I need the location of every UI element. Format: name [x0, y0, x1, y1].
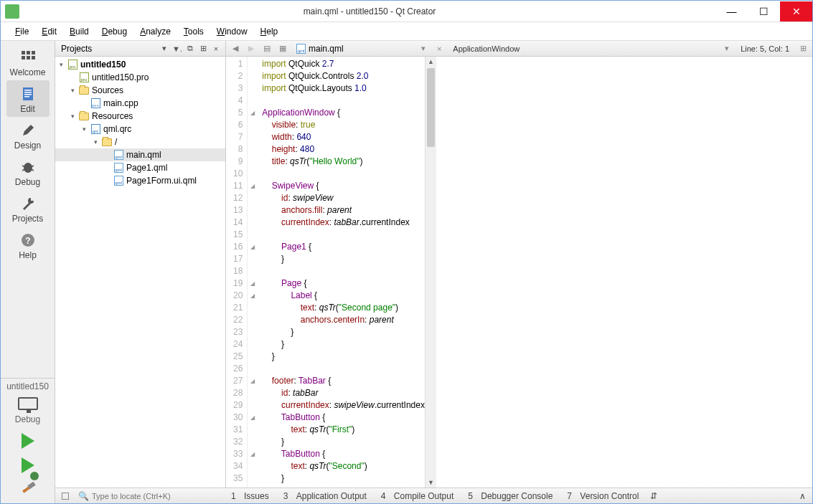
mode-design[interactable]: Design	[6, 117, 50, 153]
close-editor-icon[interactable]: ×	[433, 43, 446, 54]
tree-item[interactable]: qmlPage1Form.ui.qml	[55, 174, 225, 187]
tree-label: qml.qrc	[103, 124, 131, 134]
tree-label: Sources	[92, 85, 123, 95]
split-editor-icon[interactable]: ⊞	[796, 43, 809, 54]
file-name-label: main.qml	[309, 44, 344, 54]
mode-debug[interactable]: Debug	[6, 153, 50, 190]
folder-icon	[101, 137, 113, 147]
nav-back-button[interactable]: ◀	[229, 43, 242, 54]
bug-icon	[20, 159, 36, 175]
mode-welcome[interactable]: Welcome	[6, 44, 50, 80]
menu-edit[interactable]: Edit	[36, 24, 62, 39]
tree-item[interactable]: ▾/	[55, 135, 225, 148]
help-icon: ?	[20, 232, 36, 248]
expand-arrow-icon[interactable]: ▾	[71, 87, 78, 94]
menu-help[interactable]: Help	[255, 24, 284, 39]
chevron-down-icon[interactable]: ▾	[720, 43, 733, 54]
project-tree[interactable]: ▾prountitled150prountitled150.pro▾Source…	[55, 57, 225, 488]
qrc-icon: qrc	[90, 124, 101, 134]
file-list-icon[interactable]: ▦	[276, 43, 289, 54]
app-icon	[5, 4, 19, 19]
nav-forward-button[interactable]: ▶	[245, 43, 258, 54]
folder-icon	[78, 111, 90, 121]
tree-item[interactable]: qmlmain.qml	[55, 148, 225, 161]
qml-icon: qml	[113, 150, 124, 160]
tree-item[interactable]: ▾Sources	[55, 84, 225, 97]
tree-item[interactable]: prountitled150.pro	[55, 71, 225, 84]
bookmark-icon[interactable]: ▤	[260, 43, 273, 54]
filter-icon[interactable]: ▼.	[171, 43, 184, 54]
maximize-button[interactable]: ☐	[748, 1, 780, 22]
close-pane-icon[interactable]: ×	[210, 43, 222, 54]
svg-rect-0	[22, 51, 25, 54]
tree-label: untitled150	[80, 60, 126, 70]
output-pane-application-output[interactable]: 3 Application Output	[281, 491, 369, 501]
play-icon	[22, 433, 34, 449]
link-icon[interactable]: ⧉	[184, 43, 197, 54]
expand-arrow-icon[interactable]: ▾	[60, 61, 67, 68]
menu-file[interactable]: File	[9, 24, 34, 39]
close-button[interactable]: ✕	[780, 1, 812, 22]
tree-item[interactable]: c++main.cpp	[55, 97, 225, 110]
code-text[interactable]: import QtQuick 2.7import QtQuick.Control…	[258, 57, 425, 488]
expand-arrow-icon[interactable]: ▾	[71, 113, 78, 120]
output-pane-version-control[interactable]: 7 Version Control	[565, 491, 641, 501]
expand-output-icon[interactable]: ∧	[797, 491, 808, 501]
menu-window[interactable]: Window	[211, 24, 253, 39]
expand-arrow-icon[interactable]: ▾	[83, 125, 90, 133]
cursor-position[interactable]: Line: 5, Col: 1	[736, 44, 794, 53]
output-pane-compile-output[interactable]: 4 Compile Output	[379, 491, 456, 501]
mode-edit[interactable]: Edit	[6, 80, 50, 117]
chevron-down-icon[interactable]: ▾	[417, 43, 430, 54]
vertical-scrollbar[interactable]: ▲ ▼	[425, 57, 436, 488]
menu-tools[interactable]: Tools	[178, 24, 210, 39]
window-title: main.qml - untitled150 - Qt Creator	[24, 6, 715, 16]
scroll-down-icon[interactable]: ▼	[426, 477, 436, 488]
locator-input[interactable]	[92, 492, 207, 500]
output-pane-issues[interactable]: 1 Issues	[229, 491, 271, 501]
pro-icon: pro	[78, 72, 90, 82]
scroll-up-icon[interactable]: ▲	[426, 57, 436, 67]
fold-column[interactable]: ◢◢◢◢◢◢◢◢	[248, 57, 258, 488]
svg-rect-2	[32, 51, 35, 54]
expand-arrow-icon[interactable]: ▾	[94, 138, 101, 146]
debug-run-button[interactable]	[22, 453, 34, 477]
line-gutter[interactable]: 1234567891011121314151617181920212223242…	[226, 57, 248, 488]
output-selector-icon[interactable]: ⇵	[648, 491, 659, 501]
menu-build[interactable]: Build	[64, 24, 95, 39]
run-button[interactable]	[22, 429, 34, 453]
folder-icon	[78, 85, 90, 95]
tree-label: main.cpp	[103, 98, 138, 108]
symbol-crumb[interactable]: ApplicationWindow	[448, 44, 524, 53]
svg-rect-3	[22, 56, 25, 60]
tree-item[interactable]: qmlPage1.qml	[55, 161, 225, 174]
mode-help[interactable]: ? Help	[6, 227, 50, 263]
code-editor[interactable]: 1234567891011121314151617181920212223242…	[226, 57, 812, 488]
grid-icon	[20, 49, 36, 65]
mode-projects[interactable]: Projects	[6, 190, 50, 227]
tree-item[interactable]: ▾Resources	[55, 110, 225, 123]
scroll-thumb[interactable]	[427, 68, 435, 147]
target-selector[interactable]: untitled150 Debug	[1, 378, 55, 429]
minimize-button[interactable]: —	[715, 1, 748, 22]
tree-item[interactable]: ▾qrcqml.qrc	[55, 123, 225, 135]
pencil-icon	[20, 123, 36, 138]
project-view-selector[interactable]: Projects	[58, 44, 158, 54]
open-file-selector[interactable]: qml main.qml	[292, 44, 348, 54]
locator[interactable]: 🔍	[78, 491, 222, 501]
qml-icon: qml	[113, 176, 124, 186]
split-icon[interactable]: ⊞	[197, 43, 210, 54]
wrench-icon	[20, 196, 36, 211]
svg-point-11	[24, 163, 32, 173]
toggle-sidebar-button[interactable]	[60, 493, 71, 500]
tree-label: Resources	[92, 111, 133, 121]
menu-debug[interactable]: Debug	[96, 24, 133, 39]
tree-label: main.qml	[126, 150, 161, 160]
output-pane-debugger-console[interactable]: 5 Debugger Console	[466, 491, 555, 501]
titlebar: main.qml - untitled150 - Qt Creator — ☐ …	[1, 1, 812, 22]
build-button[interactable]	[21, 477, 35, 503]
chevron-down-icon[interactable]: ▾	[158, 43, 171, 54]
tree-item[interactable]: ▾prountitled150	[55, 58, 225, 71]
search-icon: 🔍	[78, 491, 89, 501]
menu-analyze[interactable]: Analyze	[134, 24, 177, 39]
